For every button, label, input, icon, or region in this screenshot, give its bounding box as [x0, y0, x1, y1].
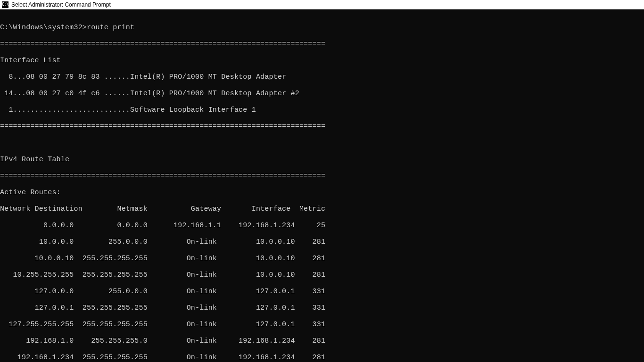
divider: ========================================… — [0, 40, 644, 49]
window-title: Select Administrator: Command Prompt — [11, 1, 111, 8]
route-row: 192.168.1.234 255.255.255.255 On-link 19… — [0, 354, 644, 362]
route-row: 10.0.0.10 255.255.255.255 On-link 10.0.0… — [0, 255, 644, 263]
interface-list-header: Interface List — [0, 57, 644, 65]
interface-row: 8...08 00 27 79 8c 83 ......Intel(R) PRO… — [0, 73, 644, 82]
route-row: 127.255.255.255 255.255.255.255 On-link … — [0, 321, 644, 329]
route-row: 192.168.1.0 255.255.255.0 On-link 192.16… — [0, 337, 644, 346]
cmd-icon: C:\ — [2, 1, 8, 8]
route-row: 0.0.0.0 0.0.0.0 192.168.1.1 192.168.1.23… — [0, 222, 644, 230]
route-row: 10.255.255.255 255.255.255.255 On-link 1… — [0, 271, 644, 280]
active-routes-label: Active Routes: — [0, 189, 644, 197]
interface-row: 14...08 00 27 c0 4f c6 ......Intel(R) PR… — [0, 90, 644, 98]
route-row: 127.0.0.0 255.0.0.0 On-link 127.0.0.1 33… — [0, 288, 644, 296]
interface-row: 1...........................Software Loo… — [0, 106, 644, 115]
window-title-bar[interactable]: C:\ Select Administrator: Command Prompt — [0, 0, 644, 9]
ipv4-columns: Network Destination Netmask Gateway Inte… — [0, 205, 644, 214]
ipv4-header: IPv4 Route Table — [0, 156, 644, 164]
divider: ========================================… — [0, 123, 644, 131]
divider: ========================================… — [0, 172, 644, 181]
terminal-output[interactable]: C:\Windows\system32>route print ========… — [0, 9, 644, 362]
route-row: 10.0.0.0 255.0.0.0 On-link 10.0.0.10 281 — [0, 238, 644, 247]
blank-line — [0, 139, 644, 148]
route-row: 127.0.0.1 255.255.255.255 On-link 127.0.… — [0, 304, 644, 313]
prompt-line: C:\Windows\system32>route print — [0, 24, 644, 32]
